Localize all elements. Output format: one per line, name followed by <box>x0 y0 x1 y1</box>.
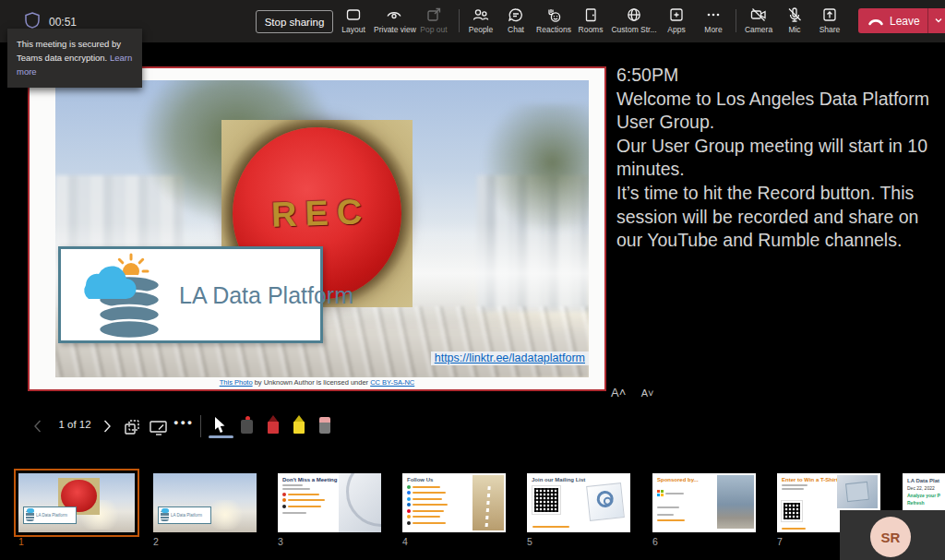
la-data-platform-logo: LA Data Platform <box>58 246 323 343</box>
mini-envelope-image <box>586 483 625 521</box>
highlighter-tool-button[interactable] <box>291 415 307 435</box>
mini-city-image <box>717 475 754 529</box>
tooltip-text: This meeting is secured by Teams data en… <box>17 39 121 63</box>
share-icon <box>809 6 850 24</box>
eraser-tool-button[interactable] <box>317 415 333 435</box>
thumbnail-label-4: 4 <box>402 536 408 547</box>
increase-font-button[interactable]: A˄ <box>611 386 626 399</box>
more-presenter-options-button[interactable]: ●●● <box>173 418 194 427</box>
font-size-controls: A˄ A˅ <box>611 384 664 400</box>
eye-icon <box>374 6 414 24</box>
notes-line: Our User Group meeting will start in 10 … <box>616 135 939 182</box>
next-slide-button[interactable] <box>100 417 114 439</box>
cursor-tool-button[interactable] <box>211 415 228 435</box>
slide-page-indicator: 1 of 12 <box>51 419 99 430</box>
shared-slide: REC LA Data Platform <box>28 66 606 391</box>
laser-body <box>241 420 253 434</box>
mini-logo: LA Data Platform <box>23 506 77 524</box>
thumbnail-slide-6[interactable]: Sponsored by... <box>652 473 756 532</box>
this-photo-link[interactable]: This Photo <box>220 378 253 387</box>
hang-up-icon <box>867 13 884 30</box>
thumbnail-label-5: 5 <box>527 536 532 547</box>
linktree-link[interactable]: https://linktr.ee/ladataplatform <box>431 351 589 365</box>
pop-out-icon <box>413 6 454 24</box>
encryption-tooltip: This meeting is secured by Teams data en… <box>7 29 142 88</box>
reactions-button[interactable]: Reactions <box>533 6 574 34</box>
previous-slide-button <box>30 417 45 439</box>
slide-city-photo: REC LA Data Platform <box>55 80 589 377</box>
thumbnail-label-3: 3 <box>278 536 283 547</box>
grid-view-button[interactable] <box>122 417 142 441</box>
thumbnail-slide-4[interactable]: Follow Us <box>402 473 506 532</box>
chevron-down-icon <box>933 13 944 30</box>
palm-tree-right <box>482 104 589 235</box>
stop-sharing-button[interactable]: Stop sharing <box>256 10 333 33</box>
chat-button[interactable]: Chat <box>496 6 536 34</box>
at-icon <box>596 490 615 508</box>
license-link[interactable]: CC BY-SA-NC <box>370 378 414 387</box>
camera-button[interactable]: Camera <box>738 6 779 34</box>
meeting-timer: 00:51 <box>49 16 77 29</box>
translate-slides-button[interactable] <box>148 417 170 441</box>
chevron-left-icon <box>30 417 45 439</box>
mini-road-image <box>472 475 504 530</box>
thumbnail-label-2: 2 <box>153 536 159 547</box>
apps-icon <box>656 6 697 24</box>
rooms-button[interactable]: Rooms <box>570 6 611 34</box>
laser-pointer-tool-button[interactable] <box>239 415 256 435</box>
notes-line: It’s time to hit the Record button. This… <box>616 182 939 253</box>
more-button[interactable]: More <box>693 6 734 34</box>
reactions-icon <box>533 6 574 24</box>
thumbnail-slide-1[interactable]: LA Data Platform <box>14 469 139 537</box>
thumbnail-slide-2[interactable]: LA Data Platform <box>153 473 257 532</box>
slide-grid-icon <box>122 417 142 441</box>
layout-icon <box>333 6 374 24</box>
private-view-button[interactable]: Private view <box>374 6 414 34</box>
share-button[interactable]: Share <box>809 6 850 34</box>
presenter-divider <box>200 415 201 437</box>
chevron-right-icon <box>100 417 114 439</box>
screen-pen-icon <box>148 417 170 441</box>
red-pen-tool-button[interactable] <box>265 415 281 435</box>
camera-off-icon <box>738 6 779 24</box>
mini-qr-code <box>532 486 560 514</box>
presenter-toolbar: 1 of 12 ●●● <box>0 412 628 442</box>
decrease-font-button[interactable]: A˅ <box>641 387 654 399</box>
thumbnail-label-1: 1 <box>18 536 24 547</box>
leave-button[interactable]: Leave <box>858 8 945 33</box>
rooms-icon <box>570 6 611 24</box>
globe-icon <box>607 6 661 24</box>
cloud-icon <box>72 260 138 303</box>
meeting-notes-text: 6:50PM Welcome to Los Angeles Data Platf… <box>616 64 939 253</box>
mini-clock-image <box>339 473 381 532</box>
chat-icon <box>496 6 536 24</box>
ellipsis-icon <box>693 6 734 24</box>
photo-attribution: This Photo by Unknown Author is licensed… <box>30 378 604 387</box>
notes-line: Welcome to Los Angeles Data Platform Use… <box>616 88 939 135</box>
mini-logo: LA Data Platform <box>158 506 211 524</box>
mini-qr-code <box>782 501 802 521</box>
mini-tshirt-image <box>837 475 878 508</box>
toolbar-divider <box>736 9 736 32</box>
notes-line: 6:50PM <box>616 64 939 88</box>
custom-streaming-button[interactable]: Custom Str... <box>607 6 661 34</box>
avatar: SR <box>870 517 911 557</box>
thumbnail-label-6: 6 <box>652 536 658 547</box>
rec-label: REC <box>263 192 372 235</box>
solarwinds-logo <box>657 506 679 508</box>
microsoft-logo <box>657 490 664 496</box>
thumbnail-label-7: 7 <box>777 536 783 547</box>
pop-out-button: Pop out <box>413 6 454 34</box>
thumbnail-slide-5[interactable]: Join our Mailing List <box>527 473 630 532</box>
participant-video-tile[interactable]: SR <box>840 510 945 560</box>
leave-options-button[interactable] <box>928 13 945 30</box>
apps-button[interactable]: Apps <box>656 6 697 34</box>
layout-button[interactable]: Layout <box>333 6 374 34</box>
thumbnail-slide-3[interactable]: Don't Miss a Meeting <box>278 473 381 532</box>
active-tool-indicator <box>209 435 233 438</box>
toolbar-divider <box>459 9 460 32</box>
logo-text: LA Data Platform <box>179 281 353 308</box>
